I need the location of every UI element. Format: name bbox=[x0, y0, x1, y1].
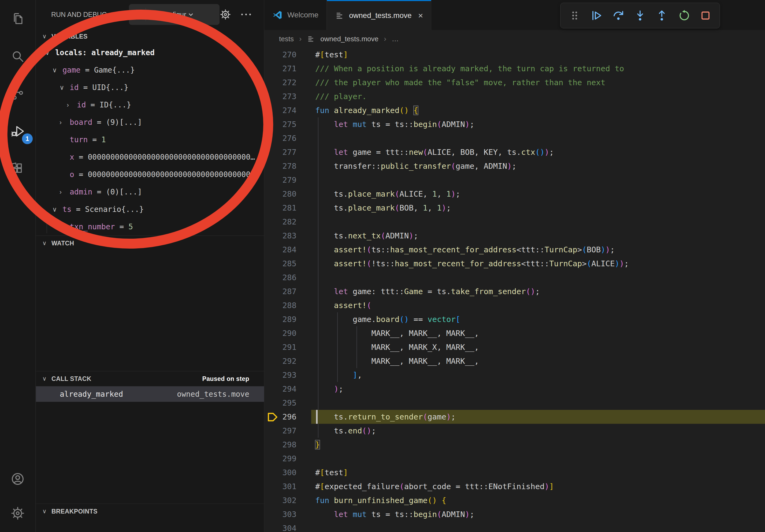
chevron-right-icon[interactable]: › bbox=[60, 188, 70, 196]
line-number[interactable]: 271 bbox=[264, 62, 311, 76]
chevron-right-icon[interactable]: › bbox=[67, 101, 77, 109]
code-line[interactable]: 277 let game = ttt::new(ALICE, BOB, KEY,… bbox=[264, 145, 765, 159]
toolbar-drag-handle[interactable] bbox=[565, 5, 584, 26]
code-line[interactable]: 295 bbox=[264, 396, 765, 410]
start-debugging-icon[interactable] bbox=[133, 9, 143, 20]
debug-config-select[interactable]: No Configur bbox=[149, 10, 186, 19]
more-actions-icon[interactable] bbox=[241, 14, 251, 15]
code-line[interactable]: 301#[expected_failure(abort_code = ttt::… bbox=[264, 479, 765, 493]
variable-row[interactable]: ∨id = UID{...} bbox=[36, 79, 264, 96]
code-line[interactable]: 279 bbox=[264, 173, 765, 187]
code-line[interactable]: 271/// When a position is already marked… bbox=[264, 62, 765, 76]
line-number[interactable]: 283 bbox=[264, 229, 311, 243]
code-line[interactable]: 285 assert!(!ts::has_most_recent_for_add… bbox=[264, 257, 765, 271]
code-line[interactable]: 298} bbox=[264, 438, 765, 452]
code-line[interactable]: 272/// the player who made the "false" m… bbox=[264, 76, 765, 90]
close-icon[interactable]: × bbox=[418, 11, 423, 21]
chevron-down-icon[interactable]: ∨ bbox=[52, 206, 62, 213]
line-number[interactable]: 270 bbox=[264, 48, 311, 62]
start-debug-control[interactable]: No Configur bbox=[129, 4, 220, 25]
chevron-down-icon[interactable]: ∨ bbox=[52, 67, 62, 74]
line-number[interactable]: 288 bbox=[264, 298, 311, 312]
line-number[interactable]: 285 bbox=[264, 257, 311, 271]
line-number[interactable]: 290 bbox=[264, 326, 311, 340]
call-stack-section-header[interactable]: ∨ CALL STACK Paused on step bbox=[36, 371, 264, 386]
line-number[interactable]: 276 bbox=[264, 131, 311, 145]
code-line[interactable]: 273/// player. bbox=[264, 90, 765, 104]
variable-row[interactable]: ›admin = (0)[...] bbox=[36, 183, 264, 201]
line-number[interactable]: 292 bbox=[264, 354, 311, 368]
extensions-button[interactable] bbox=[0, 150, 35, 187]
stop-button[interactable] bbox=[696, 5, 715, 26]
tab-welcome[interactable]: Welcome bbox=[264, 0, 327, 30]
code-line[interactable]: 304 bbox=[264, 521, 765, 532]
chevron-down-icon[interactable] bbox=[187, 10, 195, 19]
code-line[interactable]: 276 bbox=[264, 131, 765, 145]
line-number[interactable]: 286 bbox=[264, 271, 311, 285]
line-number[interactable]: 274 bbox=[264, 104, 311, 117]
stack-frame-row[interactable]: already_markedowned_tests.move bbox=[36, 386, 264, 402]
code-line[interactable]: 275 let mut ts = ts::begin(ADMIN); bbox=[264, 117, 765, 131]
run-and-debug-button[interactable]: 1 bbox=[0, 113, 35, 150]
line-number[interactable]: 295 bbox=[264, 396, 311, 410]
variable-row[interactable]: ›id = ID{...} bbox=[36, 96, 264, 114]
variable-row[interactable]: turn = 1 bbox=[36, 131, 264, 148]
code-line[interactable]: 292 MARK__, MARK__, MARK__, bbox=[264, 354, 765, 368]
code-line[interactable]: 287 let game: ttt::Game = ts.take_from_s… bbox=[264, 285, 765, 298]
line-number[interactable]: 277 bbox=[264, 145, 311, 159]
line-number[interactable]: 284 bbox=[264, 243, 311, 257]
chevron-down-icon[interactable]: ∨ bbox=[45, 49, 55, 57]
line-number[interactable]: 289 bbox=[264, 312, 311, 326]
variable-row[interactable]: x = 000000000000000000000000000000000000… bbox=[36, 148, 264, 166]
code-line[interactable]: 290 MARK__, MARK__, MARK__, bbox=[264, 326, 765, 340]
line-number[interactable]: 293 bbox=[264, 368, 311, 382]
breadcrumb-item[interactable]: owned_tests.move bbox=[320, 35, 379, 43]
line-number[interactable]: 275 bbox=[264, 117, 311, 131]
chevron-down-icon[interactable]: ∨ bbox=[60, 84, 70, 91]
configure-gear-icon[interactable] bbox=[219, 8, 232, 21]
tab-owned-tests-move[interactable]: owned_tests.move × bbox=[327, 0, 431, 30]
code-line[interactable]: 280 ts.place_mark(ALICE, 1, 1); bbox=[264, 187, 765, 201]
line-number[interactable]: 282 bbox=[264, 215, 311, 229]
search-button[interactable] bbox=[0, 38, 35, 75]
code-line[interactable]: 291 MARK__, MARK_X, MARK__, bbox=[264, 340, 765, 354]
line-number[interactable]: 272 bbox=[264, 76, 311, 90]
settings-button[interactable] bbox=[0, 496, 35, 530]
code-line[interactable]: 288 assert!( bbox=[264, 298, 765, 312]
code-line[interactable]: 294 ); bbox=[264, 382, 765, 396]
variable-row[interactable]: o = 000000000000000000000000000000000000… bbox=[36, 166, 264, 183]
line-number[interactable]: 287 bbox=[264, 285, 311, 298]
code-line[interactable]: 278 transfer::public_transfer(game, ADMI… bbox=[264, 159, 765, 173]
line-number[interactable]: 273 bbox=[264, 90, 311, 104]
variable-row[interactable]: ∨ts = Scenario{...} bbox=[36, 201, 264, 218]
code-line[interactable]: 289 game.board() == vector[ bbox=[264, 312, 765, 326]
code-line[interactable]: 282 bbox=[264, 215, 765, 229]
code-line[interactable]: 274fun already_marked() { bbox=[264, 104, 765, 117]
code-line[interactable]: 300#[test] bbox=[264, 465, 765, 479]
variable-row[interactable]: ∨locals: already_marked bbox=[36, 44, 264, 61]
breadcrumb-item[interactable]: tests bbox=[279, 35, 294, 43]
step-into-button[interactable] bbox=[630, 5, 650, 26]
step-over-button[interactable] bbox=[608, 5, 628, 26]
code-line[interactable]: 284 assert!(ts::has_most_recent_for_addr… bbox=[264, 243, 765, 257]
account-button[interactable] bbox=[0, 462, 35, 496]
watch-section-header[interactable]: ∨ WATCH bbox=[36, 236, 264, 251]
line-number[interactable]: 301 bbox=[264, 479, 311, 493]
step-out-button[interactable] bbox=[652, 5, 672, 26]
variable-row[interactable]: txn_number = 5 bbox=[36, 218, 264, 235]
explorer-button[interactable] bbox=[0, 0, 35, 38]
code-line[interactable]: 302fun burn_unfinished_game() { bbox=[264, 493, 765, 507]
line-number[interactable]: 299 bbox=[264, 452, 311, 465]
variable-row[interactable]: ›board = (9)[...] bbox=[36, 114, 264, 131]
code-editor[interactable]: 270#[test]271/// When a position is alre… bbox=[264, 48, 765, 532]
line-number[interactable]: 281 bbox=[264, 201, 311, 215]
code-line[interactable]: 296 ts.return_to_sender(game); bbox=[264, 410, 765, 424]
line-number[interactable]: 298 bbox=[264, 438, 311, 452]
code-line[interactable]: 297 ts.end(); bbox=[264, 424, 765, 438]
breakpoints-section-header[interactable]: ∨ BREAKPOINTS bbox=[36, 504, 264, 519]
chevron-right-icon[interactable]: › bbox=[60, 119, 70, 126]
line-number[interactable]: 294 bbox=[264, 382, 311, 396]
variables-section-header[interactable]: ∨ VARIABLES bbox=[36, 29, 264, 44]
line-number[interactable]: 278 bbox=[264, 159, 311, 173]
code-line[interactable]: 270#[test] bbox=[264, 48, 765, 62]
